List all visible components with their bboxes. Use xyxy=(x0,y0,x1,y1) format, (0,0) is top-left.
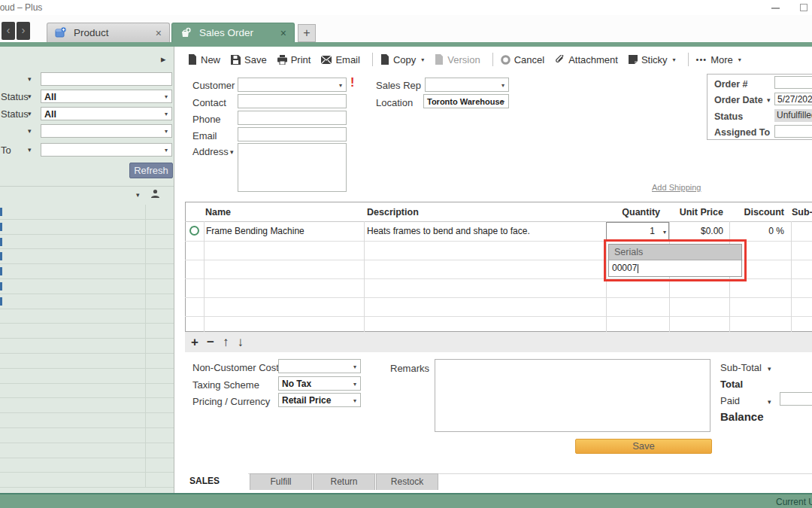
serial-number-input[interactable]: 00007 xyxy=(609,260,741,276)
address-type-arrow[interactable]: ▾ xyxy=(230,148,234,156)
contact-input[interactable] xyxy=(238,94,347,108)
tab-sales-order-close-icon[interactable]: × xyxy=(280,27,286,39)
list-item[interactable] xyxy=(0,294,174,309)
list-item[interactable] xyxy=(0,473,174,488)
filter-type-arrow-1[interactable]: ▾ xyxy=(28,75,32,83)
list-item[interactable] xyxy=(0,354,174,369)
list-item[interactable] xyxy=(0,235,174,250)
restore-icon[interactable] xyxy=(800,4,807,11)
location-select[interactable]: Toronto Warehouse ▾ xyxy=(423,94,509,108)
tab-bar: ‹ › Product × Sales Order × + xyxy=(0,15,812,42)
tab-sales[interactable]: SALES xyxy=(185,473,248,490)
sort-arrow-icon[interactable]: ▾ xyxy=(136,191,140,199)
tab-restock[interactable]: Restock xyxy=(376,473,438,490)
more-button[interactable]: ••• More ▾ xyxy=(696,54,741,65)
filter-search-input[interactable] xyxy=(41,72,172,86)
pricing-currency-select[interactable]: Retail Price ▾ xyxy=(278,393,361,407)
paid-input[interactable] xyxy=(780,392,812,406)
address-textarea[interactable] xyxy=(238,143,347,192)
chevron-down-icon[interactable]: ▾ xyxy=(673,56,676,63)
tab-return[interactable]: Return xyxy=(313,473,375,490)
add-shipping-link[interactable]: Add Shipping xyxy=(652,183,701,192)
quantity-editor[interactable]: 1 ▾ xyxy=(606,222,669,240)
list-item[interactable] xyxy=(0,264,174,279)
chevron-down-icon[interactable]: ▾ xyxy=(738,56,741,63)
move-row-up-button[interactable]: ↑ xyxy=(223,336,229,348)
non-customer-costs-select[interactable]: ▾ xyxy=(278,359,361,373)
list-item[interactable] xyxy=(0,220,174,235)
sticky-button[interactable]: Sticky ▾ xyxy=(629,54,676,65)
sales-rep-select[interactable]: ▾ xyxy=(425,78,509,92)
version-button[interactable]: Version xyxy=(435,54,480,65)
chevron-down-icon[interactable]: ▾ xyxy=(421,56,424,63)
list-item[interactable] xyxy=(0,458,174,473)
new-tab-button[interactable]: + xyxy=(298,24,316,42)
filter-select-3[interactable]: ▾ xyxy=(41,124,172,138)
phone-input[interactable] xyxy=(238,111,347,125)
pricing-currency-label: Pricing / Currency xyxy=(192,396,270,407)
list-item[interactable] xyxy=(0,443,174,458)
cancel-button[interactable]: Cancel xyxy=(501,54,544,65)
sub-total-arrow[interactable]: ▾ xyxy=(768,365,771,373)
filter-status-select-1[interactable]: All▾ xyxy=(41,90,172,103)
save-order-button[interactable]: Save xyxy=(575,439,712,454)
tab-sales-order[interactable]: Sales Order × xyxy=(171,23,295,42)
address-label: Address xyxy=(192,146,229,157)
print-button[interactable]: Print xyxy=(277,54,311,65)
copy-button[interactable]: Copy ▾ xyxy=(380,54,424,65)
nav-forward-button[interactable]: › xyxy=(17,22,30,40)
item-unit-price[interactable]: $0.00 xyxy=(669,226,723,236)
filter-type-arrow-2[interactable]: ▾ xyxy=(28,93,32,100)
paid-arrow[interactable]: ▾ xyxy=(768,398,771,406)
tab-product[interactable]: Product × xyxy=(47,23,170,42)
order-status-label: Status xyxy=(714,111,743,122)
item-name[interactable]: Frame Bending Machine xyxy=(206,226,304,236)
order-number-input[interactable] xyxy=(774,76,812,89)
filter-type-arrow-4[interactable]: ▾ xyxy=(28,127,32,135)
assigned-to-input[interactable] xyxy=(774,125,812,138)
list-item[interactable] xyxy=(0,249,174,264)
item-discount[interactable]: 0 % xyxy=(729,226,784,236)
list-item[interactable] xyxy=(0,369,174,384)
item-description[interactable]: Heats frames to bend and shape to face. xyxy=(367,226,530,236)
tab-product-label: Product xyxy=(74,27,109,38)
customer-select[interactable]: ▾ xyxy=(238,78,347,92)
minimize-icon[interactable] xyxy=(771,8,780,9)
tab-fulfill[interactable]: Fulfill xyxy=(250,473,312,490)
list-item[interactable] xyxy=(0,384,174,399)
sidebar-collapse-icon[interactable]: ▸ xyxy=(161,53,166,65)
list-item[interactable] xyxy=(0,428,174,443)
list-item[interactable] xyxy=(0,398,174,413)
app-window: loud – Plus ‹ › Product × Sales Order × … xyxy=(0,0,812,508)
tab-product-close-icon[interactable]: × xyxy=(156,27,162,39)
row-selector-icon[interactable] xyxy=(189,226,199,236)
filter-status-select-2[interactable]: All▾ xyxy=(41,107,172,120)
filter-assigned-to-select[interactable]: ▾ xyxy=(41,143,172,157)
filter-type-arrow-5[interactable]: ▾ xyxy=(28,146,32,154)
list-item[interactable] xyxy=(0,205,174,220)
list-item[interactable] xyxy=(0,339,174,354)
save-button[interactable]: Save xyxy=(231,54,267,65)
chevron-down-icon[interactable]: ▾ xyxy=(663,229,666,236)
order-status-value: Unfulfilled, xyxy=(774,109,812,122)
order-date-arrow[interactable]: ▾ xyxy=(767,96,771,104)
list-item[interactable] xyxy=(0,413,174,428)
attachment-button[interactable]: Attachment xyxy=(555,54,618,65)
taxing-scheme-select[interactable]: No Tax ▾ xyxy=(278,376,361,391)
new-button[interactable]: New xyxy=(188,54,220,65)
email-button[interactable]: Email xyxy=(321,54,360,65)
filter-type-arrow-3[interactable]: ▾ xyxy=(28,110,32,117)
nav-back-button[interactable]: ‹ xyxy=(2,22,15,40)
remove-row-button[interactable]: − xyxy=(207,336,214,348)
list-item[interactable] xyxy=(0,279,174,294)
remarks-textarea[interactable] xyxy=(435,359,710,432)
order-date-input[interactable]: 5/27/2021 xyxy=(774,93,812,105)
list-item[interactable] xyxy=(0,309,174,324)
order-link-sliver xyxy=(0,267,2,275)
move-row-down-button[interactable]: ↓ xyxy=(237,336,244,348)
person-icon[interactable] xyxy=(150,189,160,199)
add-row-button[interactable]: + xyxy=(191,336,198,348)
email-input[interactable] xyxy=(238,127,347,141)
refresh-button[interactable]: Refresh xyxy=(129,163,173,178)
list-item[interactable] xyxy=(0,324,174,339)
